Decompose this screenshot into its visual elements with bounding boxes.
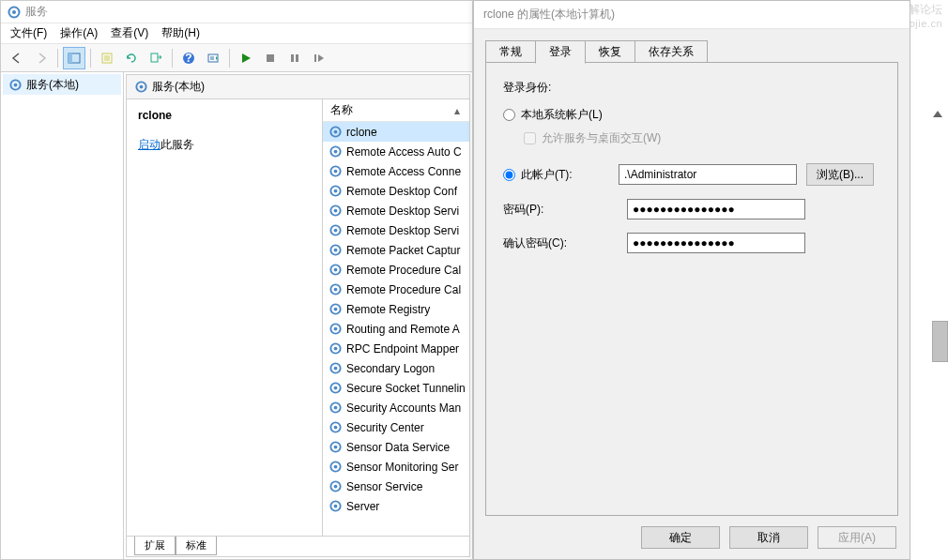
service-row-label: Secondary Logon <box>346 362 435 375</box>
menubar: 文件(F) 操作(A) 查看(V) 帮助(H) <box>1 23 472 44</box>
svg-rect-16 <box>296 54 298 62</box>
scrollbar-thumb[interactable] <box>932 321 948 362</box>
tab-dependencies[interactable]: 依存关系 <box>635 40 708 63</box>
list-item[interactable]: Sensor Service <box>323 477 469 496</box>
scroll-up-icon[interactable] <box>933 111 942 117</box>
list-item[interactable]: RPC Endpoint Mapper <box>323 339 469 358</box>
menu-view[interactable]: 查看(V) <box>105 23 154 43</box>
list-item[interactable]: Remote Desktop Servi <box>323 201 469 220</box>
show-hide-tree-button[interactable] <box>63 47 85 69</box>
service-row-label: Remote Desktop Servi <box>346 224 459 237</box>
menu-action[interactable]: 操作(A) <box>54 23 103 43</box>
service-row-label: Security Center <box>346 421 424 434</box>
sort-asc-icon: ▴ <box>454 104 460 117</box>
nav-forward-button[interactable] <box>30 47 53 69</box>
start-service-link[interactable]: 启动 <box>138 138 161 151</box>
allow-interact-row: 允许服务与桌面交互(W) <box>524 130 880 146</box>
svg-point-41 <box>334 308 338 311</box>
radio-local-system[interactable] <box>503 109 515 121</box>
list-item[interactable]: Security Accounts Man <box>323 398 469 417</box>
radio-local-system-label: 本地系统帐户(L) <box>521 107 603 123</box>
list-item[interactable]: Security Center <box>323 417 469 437</box>
svg-point-43 <box>334 327 338 331</box>
body-area: 服务(本地) 服务(本地) rclone 启动此服务 名称 <box>1 72 472 559</box>
cancel-button[interactable]: 取消 <box>729 526 808 549</box>
menu-help[interactable]: 帮助(H) <box>156 23 206 43</box>
gear-icon <box>329 499 343 513</box>
content-split: rclone 启动此服务 名称 ▴ rcloneRemote Access Au… <box>127 99 469 536</box>
properties-button[interactable] <box>96 47 118 69</box>
gear-icon <box>329 381 343 395</box>
password-input[interactable] <box>627 199 805 219</box>
service-action-row: 启动此服务 <box>138 137 311 153</box>
dialog-buttons: 确定 取消 应用(A) <box>474 516 910 559</box>
browse-button[interactable]: 浏览(B)... <box>806 163 874 186</box>
tab-recovery[interactable]: 恢复 <box>585 40 635 63</box>
gear-icon <box>329 361 343 375</box>
list-item[interactable]: Remote Packet Captur <box>323 240 469 260</box>
svg-rect-3 <box>69 53 72 63</box>
radio-this-account[interactable] <box>503 169 515 181</box>
svg-point-33 <box>334 229 338 233</box>
column-label: 名称 <box>330 102 353 118</box>
list-item[interactable]: Remote Registry <box>323 299 469 319</box>
service-row-label: Remote Procedure Cal <box>346 264 461 277</box>
list-item[interactable]: Secure Socket Tunnelin <box>323 378 469 398</box>
services-list[interactable]: rcloneRemote Access Auto CRemote Access … <box>323 122 469 536</box>
stop-service-button[interactable] <box>259 47 282 69</box>
list-item[interactable]: Routing and Remote A <box>323 319 469 339</box>
gear-icon <box>329 401 343 415</box>
refresh-button[interactable] <box>120 47 143 69</box>
tab-logon[interactable]: 登录 <box>535 40 586 64</box>
service-row-label: Security Accounts Man <box>346 401 461 415</box>
dialog-tabs: 常规 登录 恢复 依存关系 <box>485 40 898 63</box>
account-input[interactable] <box>619 164 797 185</box>
list-item[interactable]: Remote Access Auto C <box>323 142 469 161</box>
list-header: 名称 ▴ <box>323 99 469 122</box>
apply-button[interactable]: 应用(A) <box>818 526 896 549</box>
svg-point-29 <box>334 189 338 193</box>
toolbar-separator <box>90 49 91 68</box>
nav-back-button[interactable] <box>6 47 28 69</box>
gear-icon <box>329 263 343 277</box>
gear-icon <box>329 322 343 336</box>
menu-file[interactable]: 文件(F) <box>5 23 53 43</box>
restart-service-button[interactable] <box>308 47 330 69</box>
tab-general[interactable]: 常规 <box>485 40 536 63</box>
svg-point-23 <box>334 130 338 134</box>
service-row-label: Remote Access Auto C <box>346 145 462 159</box>
start-service-button[interactable] <box>235 47 257 69</box>
svg-point-45 <box>334 347 338 351</box>
confirm-input[interactable] <box>627 233 805 253</box>
service-row-label: Server <box>346 500 379 513</box>
list-item[interactable]: Remote Desktop Conf <box>323 181 469 201</box>
export-button[interactable] <box>145 47 167 69</box>
dialog-body: 常规 登录 恢复 依存关系 登录身份: 本地系统帐户(L) 允许服务与桌面交互(… <box>474 29 910 516</box>
tab-extended[interactable]: 扩展 <box>134 537 176 555</box>
list-item[interactable]: Sensor Monitoring Ser <box>323 457 469 477</box>
list-item[interactable]: Remote Procedure Cal <box>323 260 469 280</box>
list-item[interactable]: Secondary Logon <box>323 358 469 378</box>
list-item[interactable]: Server <box>323 496 469 516</box>
list-item[interactable]: Remote Procedure Cal <box>323 280 469 299</box>
gear-icon <box>329 282 343 296</box>
pause-service-button[interactable] <box>283 47 306 69</box>
toolbar-button[interactable] <box>202 47 224 69</box>
svg-rect-17 <box>314 54 316 62</box>
list-item[interactable]: Remote Access Conne <box>323 161 469 181</box>
tab-standard[interactable]: 标准 <box>176 537 217 555</box>
service-row-label: rclone <box>346 126 377 139</box>
ok-button[interactable]: 确定 <box>641 526 720 549</box>
list-item[interactable]: Remote Desktop Servi <box>323 220 469 240</box>
list-item[interactable]: Sensor Data Service <box>323 437 469 457</box>
form-heading: 登录身份: <box>503 80 880 96</box>
window-title: 服务 <box>25 4 48 20</box>
gear-icon <box>329 479 343 493</box>
gear-icon <box>329 302 343 316</box>
tree-item-services-local[interactable]: 服务(本地) <box>3 74 121 95</box>
help-button[interactable]: ? <box>177 47 200 69</box>
this-account-row: 此帐户(T): 浏览(B)... <box>503 163 880 186</box>
list-item[interactable]: rclone <box>323 122 469 142</box>
column-name[interactable]: 名称 ▴ <box>323 99 469 121</box>
service-row-label: Remote Access Conne <box>346 165 461 178</box>
